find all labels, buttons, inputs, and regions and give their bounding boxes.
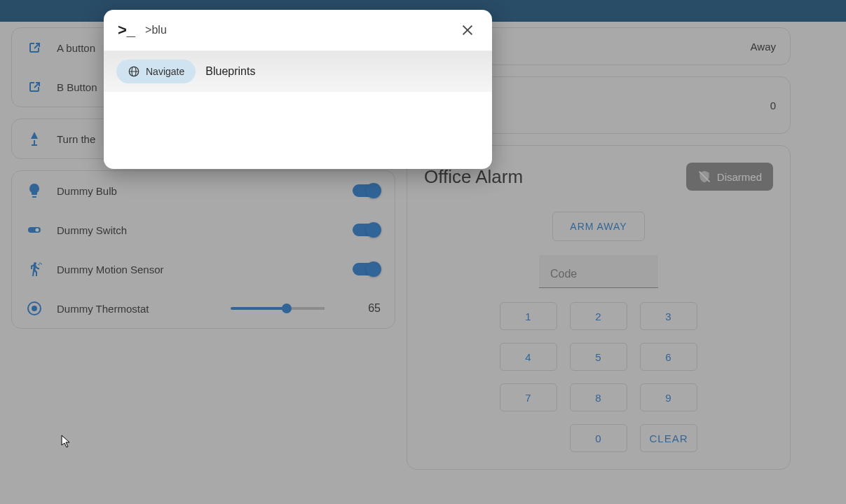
close-icon[interactable] xyxy=(457,20,478,41)
palette-result-row[interactable]: Navigate Blueprints xyxy=(104,51,492,92)
result-label: Blueprints xyxy=(205,65,255,78)
palette-input[interactable] xyxy=(145,24,447,36)
globe-icon xyxy=(128,65,140,78)
cursor-icon xyxy=(61,435,72,449)
palette-body xyxy=(104,92,492,169)
prompt-icon: >_ xyxy=(118,21,135,39)
command-palette: >_ Navigate Blueprints xyxy=(104,10,492,169)
navigate-chip: Navigate xyxy=(116,60,196,83)
chip-label: Navigate xyxy=(146,66,184,77)
